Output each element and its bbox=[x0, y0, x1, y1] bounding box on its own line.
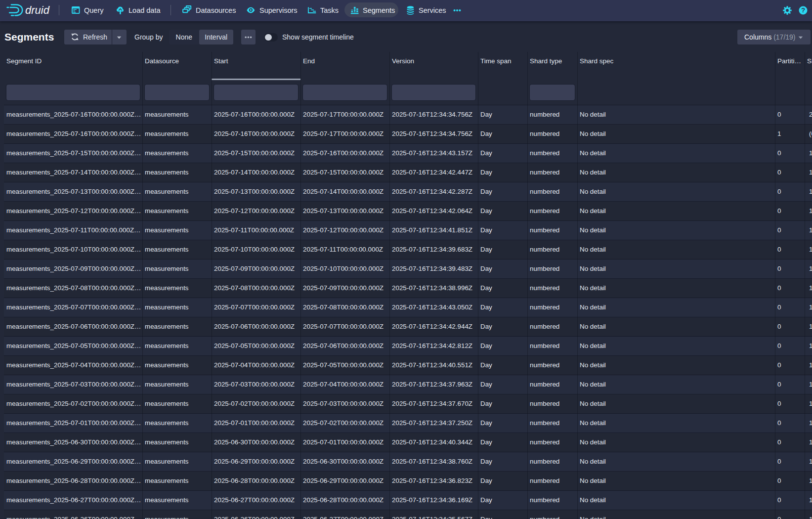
svg-text:?: ? bbox=[801, 6, 805, 14]
